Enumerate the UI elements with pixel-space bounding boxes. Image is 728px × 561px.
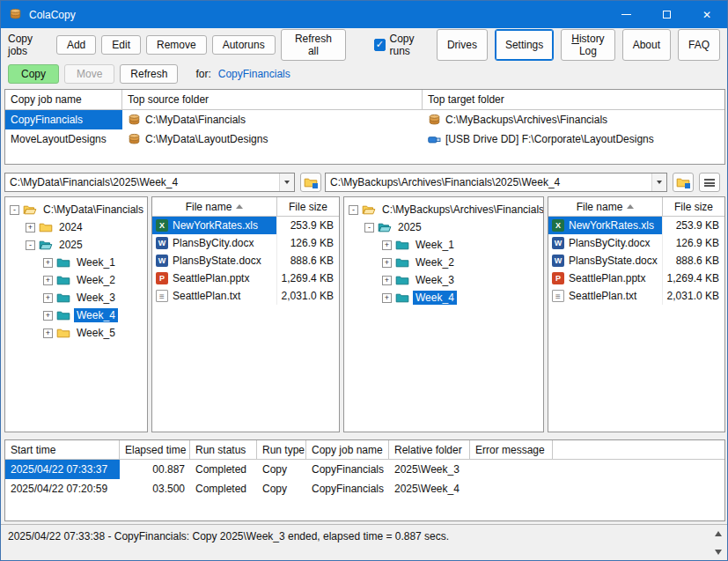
expander-icon[interactable]: -: [364, 223, 374, 233]
move-button[interactable]: Move: [64, 64, 114, 84]
job-source-cell[interactable]: C:\MyData\Financials: [122, 110, 423, 129]
tree-node[interactable]: - 2025: [344, 218, 543, 236]
start-time-cell[interactable]: 2025/04/22 07:33:37: [5, 460, 120, 479]
checkbox-checked-icon: ✓: [374, 39, 385, 51]
job-cell: CopyFinancials: [306, 460, 389, 479]
column-header-target-folder[interactable]: Top target folder: [423, 90, 724, 109]
tree-node[interactable]: + Week_1: [5, 254, 147, 271]
file-row[interactable]: SeattlePlan.txt 2,031.0 KB: [548, 287, 724, 305]
target-view-options-button[interactable]: [699, 173, 720, 192]
current-job-link[interactable]: CopyFinancials: [218, 68, 290, 80]
copy-button[interactable]: Copy: [8, 64, 59, 84]
combo-dropdown-button[interactable]: [279, 173, 294, 191]
source-browse-folder-button[interactable]: [300, 173, 321, 192]
history-row[interactable]: 2025/04/22 07:20:59 03.500 Completed Cop…: [5, 479, 724, 498]
expander-icon[interactable]: +: [43, 276, 53, 285]
source-path-combobox[interactable]: C:\MyData\Financials\2025\Week_4: [4, 173, 295, 192]
tree-node[interactable]: - 2025: [5, 236, 147, 254]
drives-button[interactable]: Drives: [437, 29, 488, 61]
minimize-button[interactable]: [606, 1, 646, 28]
tree-node[interactable]: - C:\MyData\Financials: [5, 201, 147, 218]
expander-icon[interactable]: +: [382, 258, 392, 268]
job-row[interactable]: CopyFinancials C:\MyData\Financials C:\M…: [5, 110, 724, 129]
column-header-relative-folder[interactable]: Relative folder: [389, 440, 470, 459]
tree-node-label: Week_3: [74, 291, 118, 305]
settings-button[interactable]: Settings: [495, 29, 554, 61]
column-header-source-folder[interactable]: Top source folder: [122, 90, 423, 109]
job-target-cell[interactable]: C:\MyBackups\Archives\Financials: [423, 110, 724, 129]
tree-node[interactable]: + Week_2: [344, 254, 543, 271]
expander-icon[interactable]: +: [43, 311, 53, 321]
column-header-copy-job-name[interactable]: Copy job name: [306, 440, 389, 459]
autoruns-button[interactable]: Autoruns: [212, 35, 276, 55]
expander-icon[interactable]: -: [26, 240, 35, 250]
file-row-selected[interactable]: NewYorkRates.xls 253.9 KB: [152, 217, 339, 234]
expander-icon[interactable]: +: [382, 293, 392, 303]
file-row[interactable]: PlansByState.docx 888.6 KB: [548, 252, 724, 269]
column-header-start-time[interactable]: Start time: [5, 440, 120, 459]
column-header-file-size[interactable]: File size: [663, 197, 724, 216]
expander-icon[interactable]: -: [349, 205, 358, 215]
column-header-run-status[interactable]: Run status: [190, 440, 257, 459]
column-header-file-name[interactable]: File name: [152, 197, 277, 216]
faq-button[interactable]: FAQ: [678, 29, 720, 61]
add-button[interactable]: Add: [56, 35, 96, 55]
tree-node[interactable]: + 2024: [5, 218, 147, 236]
job-source-cell[interactable]: C:\MyData\LayoutDesigns: [122, 129, 423, 149]
refresh-button[interactable]: Refresh: [120, 64, 178, 84]
expander-icon[interactable]: +: [43, 328, 53, 338]
scroll-up-button[interactable]: [710, 527, 725, 540]
tree-node-label: Week_3: [413, 273, 457, 287]
column-header-file-name[interactable]: File name: [548, 197, 663, 216]
column-header-elapsed-time[interactable]: Elapsed time: [120, 440, 190, 459]
file-row[interactable]: PlansByCity.docx 126.9 KB: [152, 234, 339, 252]
tree-node-label: Week_1: [74, 255, 118, 269]
file-row[interactable]: SeattlePlan.pptx 1,269.4 KB: [548, 269, 724, 287]
copy-runs-checkbox[interactable]: ✓ Copy runs: [374, 33, 431, 57]
file-row[interactable]: SeattlePlan.pptx 1,269.4 KB: [152, 269, 339, 287]
tree-node[interactable]: + Week_2: [5, 271, 147, 289]
target-browse-folder-button[interactable]: [673, 173, 694, 192]
target-path-value[interactable]: C:\MyBackups\Archives\Financials\2025\We…: [326, 173, 651, 191]
column-header-run-type[interactable]: Run type: [257, 440, 306, 459]
file-row[interactable]: PlansByState.docx 888.6 KB: [152, 252, 339, 269]
target-path-combobox[interactable]: C:\MyBackups\Archives\Financials\2025\We…: [325, 173, 667, 192]
maximize-button[interactable]: [646, 1, 687, 28]
status-message: 2025/04/22 07:33:38 - CopyFinancials: Co…: [8, 530, 449, 543]
edit-button[interactable]: Edit: [101, 35, 141, 55]
file-row[interactable]: PlansByCity.docx 126.9 KB: [548, 234, 724, 252]
elapsed-cell: 03.500: [120, 479, 190, 498]
tree-node-selected[interactable]: + Week_4: [5, 306, 147, 324]
scroll-down-button[interactable]: [710, 545, 725, 558]
column-header-error-message[interactable]: Error message: [470, 440, 553, 459]
file-row-selected[interactable]: NewYorkRates.xls 253.9 KB: [548, 217, 724, 234]
tree-node[interactable]: + Week_1: [344, 236, 543, 254]
close-button[interactable]: ✕: [687, 1, 727, 28]
about-button[interactable]: About: [622, 29, 671, 61]
tree-node[interactable]: + Week_5: [5, 324, 147, 342]
job-target-cell[interactable]: [USB Drive DD] F:\Corporate\LayoutDesign…: [423, 129, 724, 149]
expander-icon[interactable]: +: [26, 223, 35, 233]
source-path-value[interactable]: C:\MyData\Financials\2025\Week_4: [5, 173, 279, 191]
remove-button[interactable]: Remove: [146, 35, 207, 55]
job-name-cell[interactable]: MoveLayoutDesigns: [5, 129, 122, 149]
expander-icon[interactable]: -: [10, 205, 19, 215]
combo-dropdown-button[interactable]: [651, 173, 666, 191]
tree-node-selected[interactable]: + Week_4: [344, 289, 543, 306]
expander-icon[interactable]: +: [382, 240, 392, 250]
tree-node[interactable]: + Week_3: [344, 271, 543, 289]
start-time-cell[interactable]: 2025/04/22 07:20:59: [5, 479, 120, 498]
job-row[interactable]: MoveLayoutDesigns C:\MyData\LayoutDesign…: [5, 129, 724, 149]
history-log-button[interactable]: History Log: [561, 29, 614, 61]
tree-node[interactable]: - C:\MyBackups\Archives\Financials: [344, 201, 543, 218]
expander-icon[interactable]: +: [43, 293, 53, 303]
refresh-all-button[interactable]: Refresh all: [281, 29, 346, 61]
expander-icon[interactable]: +: [43, 258, 53, 268]
file-row[interactable]: SeattlePlan.txt 2,031.0 KB: [152, 287, 339, 305]
history-row-selected[interactable]: 2025/04/22 07:33:37 00.887 Completed Cop…: [5, 460, 724, 479]
job-name-cell[interactable]: CopyFinancials: [5, 110, 122, 129]
expander-icon[interactable]: +: [382, 276, 392, 285]
column-header-job-name[interactable]: Copy job name: [5, 90, 122, 109]
tree-node[interactable]: + Week_3: [5, 289, 147, 306]
column-header-file-size[interactable]: File size: [277, 197, 339, 216]
